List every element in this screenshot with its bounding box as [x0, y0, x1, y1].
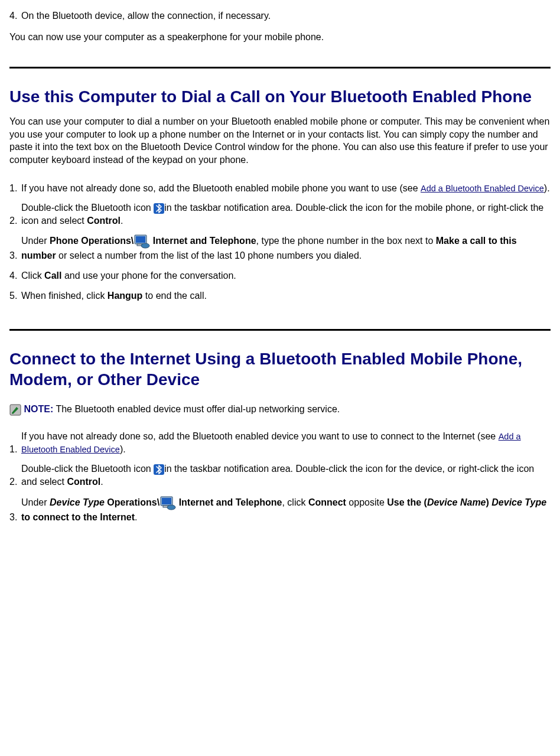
svg-point-4: [141, 243, 149, 248]
bold-fragment: Phone Operations\: [50, 236, 134, 246]
bold-fragment: Call: [44, 271, 61, 281]
bold-italic-fragment: Device Type: [50, 497, 105, 507]
add-device-link[interactable]: Add a Bluetooth Enabled Device: [421, 184, 544, 193]
text-fragment: and use your phone for the conversation.: [61, 271, 236, 281]
text-fragment: Double-click the Bluetooth icon: [21, 203, 154, 213]
connect-step-1: 1. If you have not already done so, add …: [9, 426, 551, 459]
internet-telephone-icon: [134, 234, 150, 249]
step-text: Double-click the Bluetooth icon in the t…: [21, 198, 551, 230]
step-number: 3.: [9, 492, 21, 527]
dial-intro: You can use your computer to dial a numb…: [9, 115, 551, 166]
bold-fragment: ): [486, 497, 492, 507]
connect-step-2: 2. Double-click the Bluetooth icon in th…: [9, 459, 551, 491]
dial-steps: 1. If you have not already done so, add …: [9, 178, 551, 306]
bold-fragment: Control: [87, 216, 121, 226]
bold-italic-fragment: Device Name: [427, 497, 486, 507]
intro-continuation: 4. On the Bluetooth device, allow the co…: [9, 6, 551, 26]
text-fragment: When finished, click: [21, 291, 108, 301]
svg-rect-9: [162, 498, 171, 504]
note-icon: [9, 404, 21, 416]
text-fragment: or select a number from the list of the …: [56, 250, 362, 260]
dial-step-2: 2. Double-click the Bluetooth icon in th…: [9, 198, 551, 230]
text-fragment: .: [121, 216, 123, 226]
dial-heading: Use this Computer to Dial a Call on Your…: [9, 86, 551, 107]
step-number: 2.: [9, 459, 21, 491]
step-text: If you have not already done so, add the…: [21, 426, 551, 459]
dial-step-1: 1. If you have not already done so, add …: [9, 178, 551, 198]
note-label: NOTE:: [24, 404, 53, 414]
svg-point-11: [167, 505, 175, 510]
text-fragment: .: [100, 477, 103, 487]
internet-telephone-icon: [159, 496, 176, 511]
bold-fragment: Operations\: [105, 497, 159, 507]
text-fragment: .: [135, 512, 137, 522]
text-fragment: ).: [544, 183, 550, 193]
bold-italic-fragment: Device Type: [491, 497, 546, 507]
bluetooth-icon: [154, 464, 164, 475]
svg-rect-2: [136, 236, 145, 243]
text-fragment: Under: [21, 236, 50, 246]
text-fragment: Double-click the Bluetooth icon: [21, 464, 154, 474]
text-fragment: , click: [282, 497, 308, 507]
step-number: 5.: [9, 286, 21, 306]
intro-followup: You can now use your computer as a speak…: [9, 31, 551, 44]
bluetooth-icon: [154, 203, 164, 214]
text-fragment: If you have not already done so, add the…: [21, 431, 499, 441]
step-text: Under Device Type Operations\ Internet a…: [21, 492, 551, 527]
step-number: 3.: [9, 230, 21, 266]
text-fragment: ).: [120, 444, 126, 454]
section-divider: [9, 329, 551, 331]
step-text: Click Call and use your phone for the co…: [21, 266, 551, 286]
connect-steps: 1. If you have not already done so, add …: [9, 426, 551, 527]
step-number: 2.: [9, 198, 21, 230]
text-fragment: Under: [21, 497, 50, 507]
bold-fragment: Internet and Telephone: [150, 236, 256, 246]
intro-step-4: 4. On the Bluetooth device, allow the co…: [9, 6, 551, 26]
bold-fragment: Use the (: [387, 497, 427, 507]
note-text: The Bluetooth enabled device must offer …: [53, 404, 340, 414]
step-number: 1.: [9, 426, 21, 459]
connect-heading: Connect to the Internet Using a Bluetoot…: [9, 348, 551, 390]
text-fragment: , type the phone number in the box next …: [256, 236, 436, 246]
connect-step-3: 3. Under Device Type Operations\ Interne…: [9, 492, 551, 527]
step-number: 1.: [9, 178, 21, 198]
text-fragment: opposite: [346, 497, 387, 507]
note-row: NOTE: The Bluetooth enabled device must …: [9, 404, 551, 416]
section-divider: [9, 67, 551, 69]
bold-fragment: Internet and Telephone: [176, 497, 282, 507]
step-text: Under Phone Operations\ Internet and Tel…: [21, 230, 551, 266]
text-fragment: If you have not already done so, add the…: [21, 183, 421, 193]
dial-step-4: 4. Click Call and use your phone for the…: [9, 266, 551, 286]
step-number: 4.: [9, 6, 21, 26]
svg-rect-6: [12, 413, 14, 414]
step-text: If you have not already done so, add the…: [21, 178, 551, 198]
dial-step-3: 3. Under Phone Operations\ Internet and …: [9, 230, 551, 266]
bold-fragment: Connect: [308, 497, 346, 507]
bold-fragment: Control: [67, 477, 100, 487]
bold-fragment: Hangup: [108, 291, 143, 301]
bold-fragment: to connect to the Internet: [21, 512, 135, 522]
text-fragment: to end the call.: [142, 291, 207, 301]
step-number: 4.: [9, 266, 21, 286]
dial-step-5: 5. When finished, click Hangup to end th…: [9, 286, 551, 306]
step-text: When finished, click Hangup to end the c…: [21, 286, 551, 306]
text-fragment: Click: [21, 271, 44, 281]
step-text: On the Bluetooth device, allow the conne…: [21, 6, 551, 26]
step-text: Double-click the Bluetooth icon in the t…: [21, 459, 551, 491]
